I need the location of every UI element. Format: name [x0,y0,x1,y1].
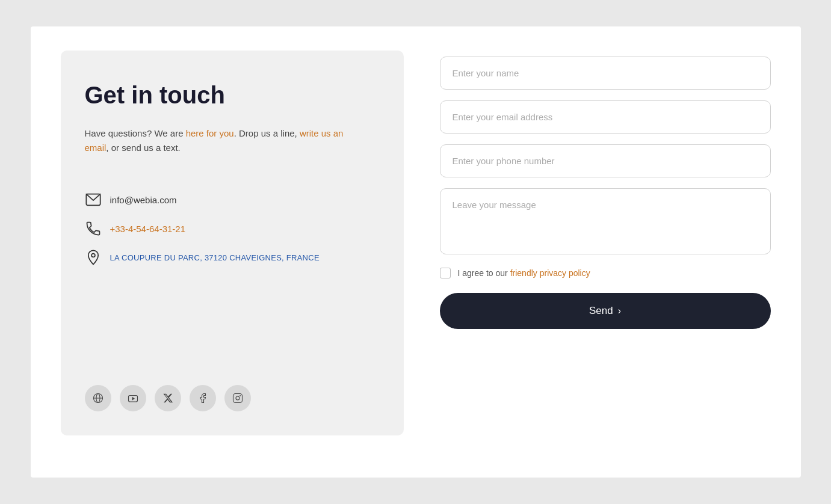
message-textarea[interactable] [440,188,771,254]
location-icon [85,249,102,266]
social-facebook-button[interactable] [190,385,216,411]
globe-icon [93,393,103,404]
description: Have questions? We are here for you. Dro… [85,126,350,155]
email-contact-item: info@webia.com [85,191,380,208]
send-label: Send [589,305,613,317]
privacy-label[interactable]: I agree to our friendly privacy policy [458,268,590,278]
here-for-you-link[interactable]: here for you [186,128,234,138]
social-icons [85,385,380,411]
right-panel: I agree to our friendly privacy policy S… [440,51,771,329]
phone-input[interactable] [440,144,771,177]
send-arrow-icon: › [618,306,621,316]
address-text: LA COUPURE DU PARC, 37120 CHAVEIGNES, FR… [110,253,320,262]
address-contact-item: LA COUPURE DU PARC, 37120 CHAVEIGNES, FR… [85,249,380,266]
svg-marker-6 [132,397,135,401]
contact-info: info@webia.com +33-4-54-64-31-21 [85,191,380,266]
social-instagram-button[interactable] [224,385,251,411]
page-title: Get in touch [85,81,380,109]
send-button[interactable]: Send › [440,293,771,329]
privacy-row: I agree to our friendly privacy policy [440,268,771,278]
svg-point-9 [239,396,240,396]
email-text: info@webia.com [110,195,177,205]
privacy-policy-link[interactable]: friendly privacy policy [510,268,590,278]
social-x-button[interactable] [155,385,181,411]
mail-icon [85,191,102,208]
svg-rect-7 [233,394,242,403]
phone-icon [85,220,102,237]
facebook-icon [197,393,208,404]
social-youtube-button[interactable] [120,385,146,411]
x-twitter-icon [162,393,173,404]
social-globe-button[interactable] [85,385,111,411]
email-input[interactable] [440,100,771,134]
name-input[interactable] [440,57,771,90]
page-wrapper: Get in touch Have questions? We are here… [31,26,801,478]
phone-contact-item: +33-4-54-64-31-21 [85,220,380,237]
privacy-checkbox[interactable] [440,268,451,278]
svg-point-1 [91,254,95,257]
youtube-icon [128,393,138,404]
left-content: Get in touch Have questions? We are here… [85,81,380,355]
instagram-icon [232,393,243,404]
left-panel: Get in touch Have questions? We are here… [61,51,404,435]
phone-text: +33-4-54-64-31-21 [110,224,186,234]
svg-point-8 [236,396,239,400]
